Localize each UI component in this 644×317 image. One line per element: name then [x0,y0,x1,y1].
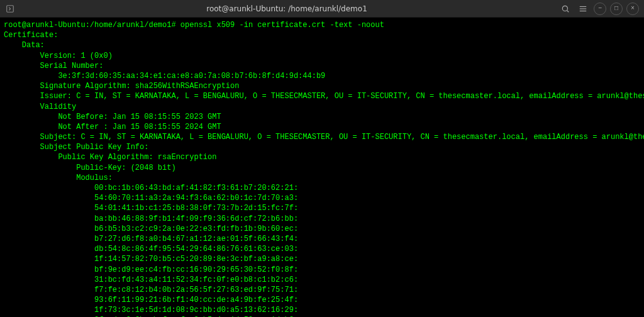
prompt-sep1: : [86,21,90,30]
output-line: 54:01:41:1b:c1:25:b8:38:0f:73:7b:2d:15:f… [4,204,298,213]
svg-point-1 [562,6,567,11]
window-title: root@arunkl-Ubuntu: /home/arunkl/demo1 [15,4,558,13]
output-line: Certificate: [4,31,58,40]
output-line: Serial Number: [4,62,103,70]
output-line: Signature Algorithm: sha256WithRSAEncryp… [4,82,239,91]
output-line: Validity [4,103,76,111]
output-line: 93:6f:11:99:21:6b:f1:40:cc:de:a4:9b:fe:2… [4,296,298,304]
output-line: Issuer: C = IN, ST = KARNATAKA, L = BENG… [4,92,644,101]
output-line: 54:60:70:11:a3:2a:94:f3:6a:62:b0:1c:7d:7… [4,194,298,203]
output-line: 1f:73:3c:1e:5d:1d:08:9c:bb:d0:a5:13:62:1… [4,306,298,314]
menu-button[interactable] [576,2,590,16]
search-button[interactable] [558,2,572,16]
command-text: openssl x509 -in certificate.crt -text -… [180,21,384,30]
output-line: db:54:8c:86:4f:95:54:29:64:86:76:61:63:c… [4,245,298,253]
app-menu-icon[interactable] [5,4,15,14]
maximize-button[interactable]: □ [610,3,623,15]
output-line: Not Before: Jan 15 08:15:55 2023 GMT [4,113,221,121]
output-line: Not After : Jan 15 08:15:55 2024 GMT [4,123,221,131]
output-line: f7:fe:c8:12:b4:0b:2a:56:5f:27:63:ed:9f:7… [4,286,298,294]
window-titlebar: root@arunkl-Ubuntu: /home/arunkl/demo1 −… [0,0,644,18]
output-line: Subject: C = IN, ST = KARNATAKA, L = BEN… [4,133,644,142]
output-line: 3e:3f:3d:60:35:aa:34:e1:ca:e8:a0:7a:08:b… [4,72,325,81]
output-line: ba:bb:46:88:9f:b1:4f:09:f9:36:6d:cf:72:b… [4,214,298,223]
output-line: 1f:14:57:82:70:b5:c5:20:89:8e:3c:bf:a9:a… [4,255,298,264]
prompt-sep2: # [171,21,175,30]
titlebar-controls: − □ × [558,2,639,16]
output-line: Version: 1 (0x0) [4,52,113,60]
output-line: bf:9e:d9:ee:c4:fb:cc:16:90:29:65:30:52:f… [4,265,298,274]
output-line: b6:b5:b3:c2:c9:2a:0e:22:e3:fd:fb:1b:9b:6… [4,225,298,233]
output-line: Public Key Algorithm: rsaEncryption [4,153,216,162]
output-line: Data: [4,41,45,50]
prompt-path: /home/arunkl/demo1 [90,21,172,30]
output-line: 31:bc:fd:43:a4:11:52:34:fc:0f:e0:b8:c1:b… [4,275,298,284]
output-line: Public-Key: (2048 bit) [4,164,176,172]
close-button[interactable]: × [626,3,639,15]
output-line: Modulus: [4,174,113,182]
output-line: Subject Public Key Info: [4,143,148,152]
output-line: 00:bc:1b:06:43:bd:af:41:82:f3:61:b7:20:6… [4,184,298,192]
output-line: b7:27:d6:f8:a0:b4:67:a1:12:ae:01:5f:66:4… [4,235,298,243]
prompt-user-host: root@arunkl-Ubuntu [4,21,86,30]
terminal-output[interactable]: root@arunkl-Ubuntu:/home/arunkl/demo1# o… [0,18,644,317]
minimize-button[interactable]: − [594,3,606,15]
